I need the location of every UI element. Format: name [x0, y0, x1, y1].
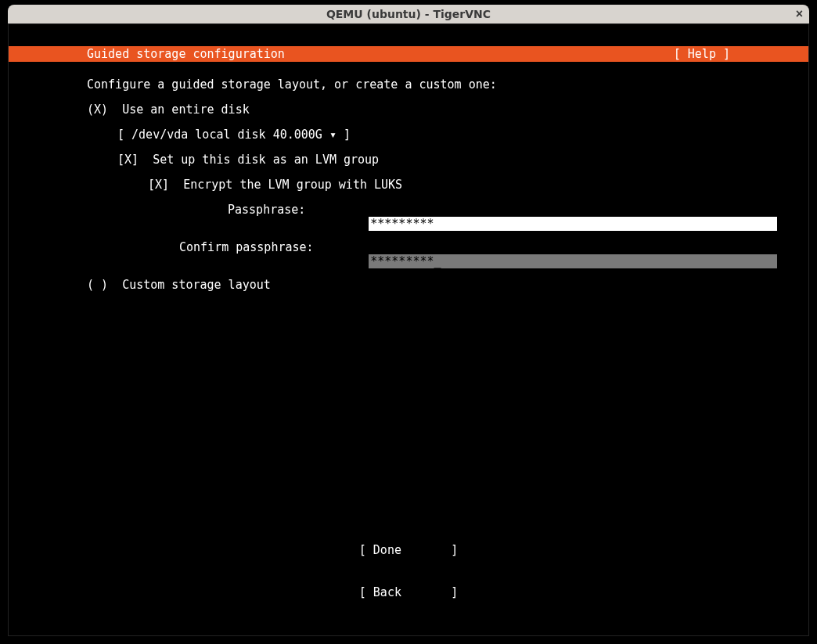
option-custom-layout[interactable]: ( ) Custom storage layout	[87, 278, 271, 292]
back-button[interactable]: [ Back ]	[9, 585, 808, 599]
confirm-passphrase-label: Confirm passphrase:	[179, 240, 314, 254]
window: QEMU (ubuntu) - TigerVNC × Guided storag…	[0, 0, 817, 644]
intro-text: Configure a guided storage layout, or cr…	[87, 77, 497, 92]
done-button[interactable]: [ Done ]	[9, 543, 808, 557]
passphrase-input-wrap: *********	[312, 203, 777, 245]
passphrase-label: Passphrase:	[228, 203, 305, 217]
option-lvm-group[interactable]: [X] Set up this disk as an LVM group	[117, 153, 379, 167]
footer-buttons: [ Done ] [ Back ]	[9, 515, 808, 628]
passphrase-input[interactable]: *********	[369, 217, 777, 231]
help-button[interactable]: [ Help ]	[674, 47, 730, 61]
disk-selector[interactable]: [ /dev/vda local disk 40.000G ▾ ]	[117, 128, 351, 142]
terminal-screen: Guided storage configuration [ Help ] Co…	[8, 23, 809, 636]
close-icon[interactable]: ×	[796, 6, 803, 22]
confirm-passphrase-input[interactable]: *********_	[369, 254, 777, 268]
header-bar: Guided storage configuration [ Help ]	[9, 46, 808, 62]
titlebar: QEMU (ubuntu) - TigerVNC ×	[8, 5, 809, 23]
option-encrypt-luks[interactable]: [X] Encrypt the LVM group with LUKS	[148, 178, 402, 192]
content-area: Configure a guided storage layout, or cr…	[9, 71, 808, 635]
option-use-entire-disk[interactable]: (X) Use an entire disk	[87, 103, 250, 117]
confirm-passphrase-input-wrap: *********_	[312, 240, 777, 282]
window-title: QEMU (ubuntu) - TigerVNC	[326, 8, 491, 20]
page-title: Guided storage configuration	[87, 47, 285, 61]
